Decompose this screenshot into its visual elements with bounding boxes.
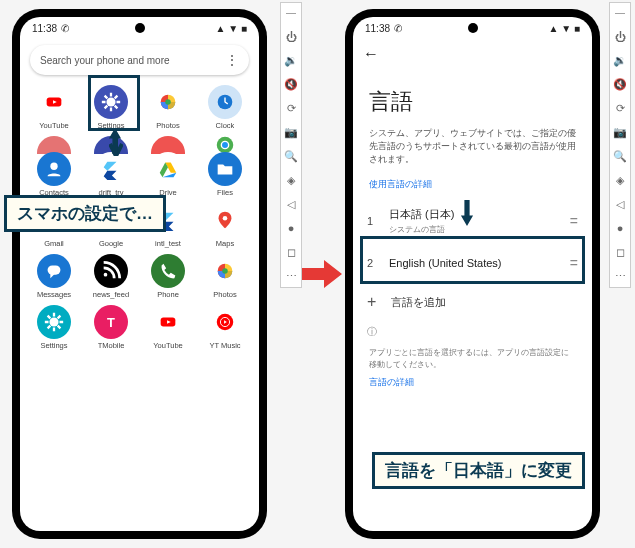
page-title: 言語 <box>353 69 592 127</box>
search-placeholder: Search your phone and more <box>40 55 170 66</box>
overview-icon[interactable]: ◻ <box>613 245 627 259</box>
status-time: 11:38 <box>365 23 390 34</box>
app-messages[interactable]: Messages <box>30 254 78 299</box>
status-phone-icon: ✆ <box>61 23 69 34</box>
footer-description: アプリごとに言語を選択するには、アプリの言語設定に移動してください。 <box>353 341 592 377</box>
ytm-icon <box>208 305 242 339</box>
app-youtube[interactable]: YouTube <box>144 305 192 350</box>
status-time: 11:38 <box>32 23 57 34</box>
back-icon[interactable]: ← <box>363 45 379 63</box>
search-bar[interactable]: Search your phone and more ⋮ <box>30 45 249 75</box>
svg-point-21 <box>49 317 58 326</box>
app-label: YouTube <box>39 121 68 130</box>
overview-icon[interactable]: ◻ <box>284 245 298 259</box>
app-news_feed[interactable]: news_feed <box>87 254 135 299</box>
clock-icon <box>208 85 242 119</box>
annotation-callout-right: 言語を「日本語」に変更 <box>372 452 585 489</box>
gear-icon <box>37 305 71 339</box>
app-contacts[interactable]: Contacts <box>30 152 78 197</box>
app-label: Phone <box>157 290 179 299</box>
svg-point-2 <box>106 97 115 106</box>
diamond-icon[interactable]: ◈ <box>284 173 298 187</box>
camera-icon[interactable]: 📷 <box>613 126 627 140</box>
app-photos[interactable]: Photos <box>201 254 249 299</box>
add-language-label: 言語を追加 <box>391 295 446 310</box>
yt-icon <box>151 305 185 339</box>
annotation-arrow-up-left <box>108 128 122 154</box>
back-icon[interactable]: ◁ <box>284 197 298 211</box>
photos-icon <box>151 85 185 119</box>
more-icon[interactable]: ⋮ <box>225 52 239 68</box>
svg-point-17 <box>223 216 228 221</box>
more-icon[interactable]: ⋯ <box>284 269 298 283</box>
app-label: Clock <box>216 121 235 130</box>
photos-icon <box>208 254 242 288</box>
app-maps[interactable]: Maps <box>201 203 249 248</box>
rotate-icon[interactable]: ⟳ <box>613 102 627 116</box>
volume-up-icon[interactable]: 🔇 <box>613 78 627 92</box>
svg-marker-8 <box>104 162 117 171</box>
volume-up-icon[interactable]: 🔇 <box>284 78 298 92</box>
drag-handle-icon[interactable]: = <box>570 213 578 229</box>
app-yt-music[interactable]: YT Music <box>201 305 249 350</box>
lang-index: 1 <box>367 215 377 227</box>
phone-icon <box>151 254 185 288</box>
zoom-icon[interactable]: 🔍 <box>613 150 627 164</box>
svg-rect-18 <box>48 266 61 275</box>
section-link-detail[interactable]: 言語の詳細 <box>353 377 592 395</box>
emulator-toolbar-right: —⏻🔉🔇⟳📷🔍◈◁●◻⋯ <box>609 2 631 288</box>
t-icon: T <box>94 305 128 339</box>
minimize-icon[interactable]: — <box>286 7 296 18</box>
home-icon[interactable]: ● <box>613 221 627 235</box>
annotation-arrow-down-right <box>460 200 474 226</box>
app-label: Messages <box>37 290 71 299</box>
camera-notch <box>468 23 478 33</box>
diamond-icon[interactable]: ◈ <box>613 173 627 187</box>
home-icon[interactable]: ● <box>284 221 298 235</box>
app-tmobile[interactable]: TTMobile <box>87 305 135 350</box>
drive-icon <box>151 152 185 186</box>
svg-point-20 <box>222 268 228 274</box>
drag-handle-icon[interactable]: = <box>570 255 578 271</box>
rss-icon <box>94 254 128 288</box>
language-item-2[interactable]: 2 English (United States) = <box>353 245 592 281</box>
svg-marker-30 <box>461 200 473 226</box>
header: ← <box>353 39 592 69</box>
power-icon[interactable]: ⏻ <box>613 30 627 44</box>
app-settings[interactable]: Settings <box>87 85 135 130</box>
app-label: TMobile <box>98 341 125 350</box>
yt-icon <box>37 85 71 119</box>
app-label: Maps <box>216 239 234 248</box>
maps-icon <box>208 203 242 237</box>
section-link-usage[interactable]: 使用言語の詳細 <box>353 179 592 197</box>
folder-icon <box>208 152 242 186</box>
app-photos[interactable]: Photos <box>144 85 192 130</box>
app-youtube[interactable]: YouTube <box>30 85 78 130</box>
rotate-icon[interactable]: ⟳ <box>284 102 298 116</box>
annotation-callout-left: スマホの設定で… <box>4 195 166 232</box>
app-clock[interactable]: Clock <box>201 85 249 130</box>
add-language-row[interactable]: + 言語を追加 <box>353 281 592 323</box>
svg-text:T: T <box>107 315 115 330</box>
zoom-icon[interactable]: 🔍 <box>284 150 298 164</box>
plus-icon: + <box>367 293 377 311</box>
app-drive[interactable]: Drive <box>144 152 192 197</box>
power-icon[interactable]: ⏻ <box>284 30 298 44</box>
volume-down-icon[interactable]: 🔉 <box>284 54 298 68</box>
volume-down-icon[interactable]: 🔉 <box>613 54 627 68</box>
emulator-toolbar-left: —⏻🔉🔇⟳📷🔍◈◁●◻⋯ <box>280 2 302 288</box>
app-drift_try[interactable]: drift_try <box>87 152 135 197</box>
camera-icon[interactable]: 📷 <box>284 126 298 140</box>
minimize-icon[interactable]: — <box>615 7 625 18</box>
more-icon[interactable]: ⋯ <box>613 269 627 283</box>
svg-marker-9 <box>104 171 117 180</box>
lang-index: 2 <box>367 257 377 269</box>
msg-icon <box>37 254 71 288</box>
app-files[interactable]: Files <box>201 152 249 197</box>
back-icon[interactable]: ◁ <box>613 197 627 211</box>
camera-notch <box>135 23 145 33</box>
svg-point-6 <box>221 141 228 148</box>
app-phone[interactable]: Phone <box>144 254 192 299</box>
app-label: Gmail <box>44 239 64 248</box>
app-settings[interactable]: Settings <box>30 305 78 350</box>
